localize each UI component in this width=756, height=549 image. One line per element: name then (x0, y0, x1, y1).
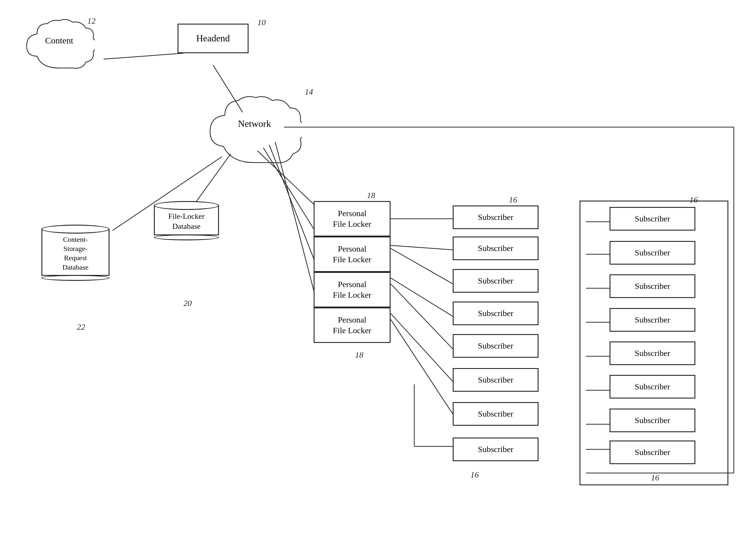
network-number: 14 (305, 87, 313, 97)
svg-line-13 (391, 248, 453, 284)
subscriber-right-2: Subscriber (610, 241, 695, 265)
cylinder-bottom-2 (41, 275, 109, 281)
cylinder-top-1 (154, 201, 219, 210)
svg-line-16 (391, 313, 453, 381)
subscriber-left-8: Subscriber (453, 437, 539, 461)
pfl-3-label: PersonalFile Locker (333, 279, 371, 301)
content-storage-number: 22 (77, 322, 85, 332)
subscriber-right-1: Subscriber (610, 207, 695, 231)
sub-right-2-label: Subscriber (635, 248, 670, 258)
svg-line-15 (391, 284, 453, 349)
sub-right-top-number: 16 (689, 195, 698, 205)
pfl-1-label: PersonalFile Locker (333, 208, 371, 230)
file-locker-db: File-Locker Database (154, 201, 219, 240)
svg-line-14 (391, 278, 453, 316)
file-locker-db-label: File-Locker Database (168, 212, 205, 232)
cylinder-body-2: Content- Storage- Request Database (41, 229, 109, 276)
svg-line-17 (391, 319, 453, 414)
pfl-4-label: PersonalFile Locker (333, 314, 371, 336)
personal-file-locker-4: PersonalFile Locker (314, 307, 391, 343)
subscriber-right-4: Subscriber (610, 308, 695, 332)
subscriber-left-7: Subscriber (453, 402, 539, 426)
personal-file-locker-3: PersonalFile Locker (314, 272, 391, 307)
personal-file-locker-2: PersonalFile Locker (314, 237, 391, 272)
sub-right-1-label: Subscriber (635, 214, 670, 224)
cylinder-bottom-1 (154, 235, 219, 240)
sub-left-6-label: Subscriber (478, 374, 513, 385)
sub-left-4-label: Subscriber (478, 308, 513, 319)
sub-right-bottom-number: 16 (651, 473, 659, 482)
headend-box: Headend (178, 24, 249, 53)
personal-file-locker-1: PersonalFile Locker (314, 201, 391, 237)
svg-line-0 (104, 53, 183, 59)
subscriber-right-6: Subscriber (610, 375, 695, 398)
subscriber-left-4: Subscriber (453, 301, 539, 325)
headend-label: Headend (196, 32, 230, 45)
subscriber-right-3: Subscriber (610, 274, 695, 298)
diagram: Headend 10 Content 12 Network 14 File-Lo… (0, 0, 756, 549)
sub-right-3-label: Subscriber (635, 281, 670, 291)
svg-line-12 (391, 246, 453, 250)
content-cloud: Content (24, 18, 95, 77)
sub-left-bottom-number: 16 (470, 470, 479, 479)
content-storage-label: Content- Storage- Request Database (62, 235, 88, 272)
sub-left-1-number: 16 (509, 195, 517, 205)
content-storage-db: Content- Storage- Request Database (41, 225, 109, 281)
sub-left-2-label: Subscriber (478, 243, 513, 254)
file-locker-db-number: 20 (183, 298, 192, 308)
pfl-4-number: 18 (355, 350, 363, 360)
subscriber-right-5: Subscriber (610, 341, 695, 365)
network-label: Network (231, 118, 278, 129)
sub-right-7-label: Subscriber (635, 415, 670, 426)
subscriber-left-1: Subscriber (453, 206, 539, 229)
cylinder-top-2 (41, 225, 109, 234)
subscriber-right-7: Subscriber (610, 408, 695, 432)
sub-left-7-label: Subscriber (478, 408, 513, 419)
network-cloud: Network (207, 95, 302, 172)
cylinder-body-1: File-Locker Database (154, 206, 219, 235)
pfl-2-label: PersonalFile Locker (333, 244, 371, 265)
subscriber-left-2: Subscriber (453, 237, 539, 260)
sub-left-8-label: Subscriber (478, 444, 513, 455)
sub-right-8-label: Subscriber (635, 447, 670, 458)
subscriber-right-8: Subscriber (610, 440, 695, 464)
subscriber-left-6: Subscriber (453, 368, 539, 392)
subscriber-left-5: Subscriber (453, 334, 539, 358)
content-label: Content (38, 35, 80, 46)
pfl-1-number: 18 (367, 191, 375, 200)
sub-left-1-label: Subscriber (478, 212, 513, 223)
sub-right-4-label: Subscriber (635, 314, 670, 325)
sub-left-5-label: Subscriber (478, 340, 513, 351)
sub-left-3-label: Subscriber (478, 275, 513, 286)
headend-number: 10 (257, 18, 266, 27)
sub-right-6-label: Subscriber (635, 381, 670, 392)
content-number: 12 (87, 16, 96, 26)
subscriber-left-3: Subscriber (453, 269, 539, 293)
sub-right-5-label: Subscriber (635, 348, 670, 358)
